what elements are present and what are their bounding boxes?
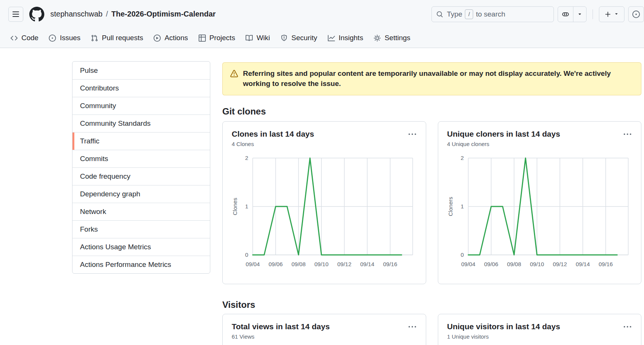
tab-actions[interactable]: Actions xyxy=(148,28,193,48)
tab-pull-requests[interactable]: Pull requests xyxy=(86,28,148,48)
header-actions: Type / to search xyxy=(431,6,644,22)
sidebar-item-label: Traffic xyxy=(80,137,100,145)
svg-text:09/12: 09/12 xyxy=(553,261,567,267)
svg-text:09/06: 09/06 xyxy=(268,261,283,267)
table-icon xyxy=(199,35,206,42)
clones-card: Clones in last 14 days 4 Clones 01209/04… xyxy=(222,121,426,284)
svg-text:09/16: 09/16 xyxy=(599,261,613,267)
chart-subtitle: 1 Unique visitors xyxy=(447,333,560,340)
breadcrumb-separator: / xyxy=(106,10,108,18)
github-logo-icon[interactable] xyxy=(29,7,44,22)
chart-title: Unique visitors in last 14 days xyxy=(447,322,560,331)
svg-text:Clones: Clones xyxy=(232,198,238,215)
plus-icon xyxy=(605,11,611,18)
svg-text:2: 2 xyxy=(460,155,463,161)
tab-label: Security xyxy=(291,34,317,42)
sidebar-item-label: Code frequency xyxy=(80,172,130,181)
breadcrumb-owner-link[interactable]: stephanschwab xyxy=(50,10,103,18)
svg-text:09/10: 09/10 xyxy=(314,261,329,267)
clones-line-chart: 01209/0409/0609/0809/1009/1209/1409/16Cl… xyxy=(232,154,416,271)
issue-opened-icon xyxy=(632,11,640,18)
visitors-cards: Total views in last 14 days 61 Views Uni… xyxy=(222,314,641,345)
svg-text:09/04: 09/04 xyxy=(246,261,260,267)
copilot-button[interactable] xyxy=(558,7,573,22)
svg-text:0: 0 xyxy=(460,252,463,258)
kebab-menu-button[interactable] xyxy=(623,322,632,333)
sidebar-item-label: Community xyxy=(80,102,116,110)
chart-title: Unique cloners in last 14 days xyxy=(447,129,560,139)
sidebar-item-label: Community Standards xyxy=(80,119,151,128)
sidebar-item-network[interactable]: Network xyxy=(72,203,210,220)
chevron-down-icon xyxy=(577,12,582,17)
kebab-menu-button[interactable] xyxy=(623,129,632,141)
sidebar-item-label: Commits xyxy=(80,155,108,163)
create-new-button[interactable] xyxy=(599,6,624,22)
sidebar-item-pulse[interactable]: Pulse xyxy=(72,62,210,79)
tab-issues[interactable]: Issues xyxy=(44,28,86,48)
tab-label: Settings xyxy=(385,34,410,42)
warning-banner: Referring sites and popular content are … xyxy=(222,62,641,95)
sidebar-item-actions-performance-metrics[interactable]: Actions Performance Metrics xyxy=(72,256,210,273)
sidebar-item-label: Dependency graph xyxy=(80,190,140,198)
tab-label: Issues xyxy=(60,34,80,42)
tab-security[interactable]: Security xyxy=(275,28,323,48)
sidebar-item-community[interactable]: Community xyxy=(72,97,210,114)
app-header: stephanschwab / The-2026-Optimism-Calend… xyxy=(0,0,644,48)
header-divider xyxy=(593,9,593,19)
copilot-button-group xyxy=(558,6,587,22)
tab-label: Pull requests xyxy=(102,34,143,42)
gear-icon xyxy=(374,35,381,42)
header-top-row: stephanschwab / The-2026-Optimism-Calend… xyxy=(0,0,644,28)
traffic-content: Referring sites and popular content are … xyxy=(222,48,641,345)
sidebar-item-code-frequency[interactable]: Code frequency xyxy=(72,167,210,185)
breadcrumb: stephanschwab / The-2026-Optimism-Calend… xyxy=(50,10,216,18)
unique-cloners-card: Unique cloners in last 14 days 4 Unique … xyxy=(438,121,642,284)
search-input[interactable]: Type / to search xyxy=(431,6,554,22)
issues-global-button[interactable] xyxy=(628,6,644,22)
copilot-dropdown-button[interactable] xyxy=(573,7,586,22)
svg-text:09/14: 09/14 xyxy=(360,261,374,267)
sidebar-item-traffic[interactable]: Traffic xyxy=(72,132,210,150)
chevron-down-icon xyxy=(614,12,619,17)
tab-label: Code xyxy=(21,34,38,42)
tab-code[interactable]: Code xyxy=(5,28,44,48)
breadcrumb-repo-link[interactable]: The-2026-Optimism-Calendar xyxy=(112,10,216,18)
svg-text:0: 0 xyxy=(245,252,248,258)
sidebar-item-community-standards[interactable]: Community Standards xyxy=(72,114,210,132)
sidebar-item-contributors[interactable]: Contributors xyxy=(72,79,210,97)
total-views-card: Total views in last 14 days 61 Views xyxy=(222,314,426,345)
svg-text:2: 2 xyxy=(245,155,248,161)
kebab-menu-button[interactable] xyxy=(408,129,417,141)
book-icon xyxy=(246,35,253,42)
play-icon xyxy=(154,35,161,42)
search-placeholder-pre: Type xyxy=(447,10,462,18)
sidebar-item-label: Pulse xyxy=(80,66,98,75)
hamburger-menu-button[interactable] xyxy=(8,7,23,22)
tab-projects[interactable]: Projects xyxy=(193,28,241,48)
search-icon xyxy=(436,11,447,18)
sidebar-item-dependency-graph[interactable]: Dependency graph xyxy=(72,185,210,203)
svg-text:09/12: 09/12 xyxy=(337,261,351,267)
code-icon xyxy=(11,35,18,42)
tab-insights[interactable]: Insights xyxy=(323,28,368,48)
git-pull-request-icon xyxy=(91,35,98,42)
sidebar-item-commits[interactable]: Commits xyxy=(72,150,210,167)
svg-text:09/06: 09/06 xyxy=(484,261,498,267)
svg-text:09/16: 09/16 xyxy=(383,261,397,267)
sidebar-item-label: Contributors xyxy=(80,84,119,92)
chart-subtitle: 4 Unique cloners xyxy=(447,141,560,148)
git-clones-cards: Clones in last 14 days 4 Clones 01209/04… xyxy=(222,121,641,284)
tab-settings[interactable]: Settings xyxy=(368,28,416,48)
sidebar-item-label: Actions Performance Metrics xyxy=(80,261,171,269)
slash-key-hint: / xyxy=(465,9,473,19)
svg-text:09/08: 09/08 xyxy=(507,261,521,267)
kebab-menu-button[interactable] xyxy=(408,322,417,333)
svg-text:1: 1 xyxy=(245,203,248,209)
sidebar-item-forks[interactable]: Forks xyxy=(72,220,210,238)
three-bars-icon xyxy=(12,11,20,18)
tab-wiki[interactable]: Wiki xyxy=(240,28,275,48)
sidebar-item-actions-usage-metrics[interactable]: Actions Usage Metrics xyxy=(72,238,210,256)
tab-label: Wiki xyxy=(256,34,270,42)
sidebar-item-label: Actions Usage Metrics xyxy=(80,243,151,251)
shield-icon xyxy=(281,35,288,42)
